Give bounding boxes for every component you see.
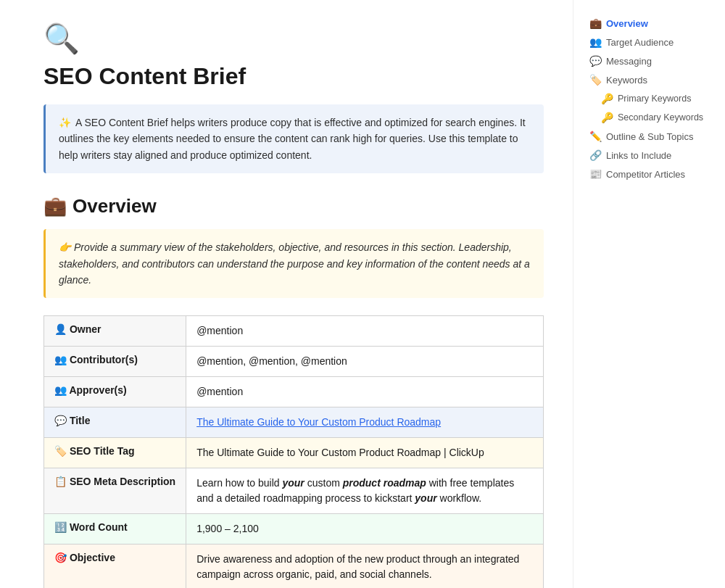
word-count-value: 1,900 – 2,100	[186, 514, 544, 544]
table-row: 🏷️ SEO Title Tag The Ultimate Guide to Y…	[44, 438, 544, 468]
sidebar-overview-label: Overview	[606, 18, 648, 29]
sidebar-messaging-label: Messaging	[606, 56, 652, 67]
overview-callout-text: Provide a summary view of the stakeholde…	[59, 241, 530, 286]
page-title: SEO Content Brief	[44, 63, 544, 90]
info-callout-text: A SEO Content Brief helps writers produc…	[59, 117, 526, 161]
word-count-label: 🔢 Word Count	[44, 514, 186, 544]
sidebar-competitor-label: Competitor Articles	[606, 169, 685, 180]
tag-icon: 🏷️	[589, 74, 602, 86]
chat-icon: 💬	[589, 55, 602, 67]
link-icon: 🔗	[589, 149, 602, 161]
approvers-value: @mention	[186, 377, 544, 407]
sidebar-secondary-keywords-label: Secondary Keywords	[618, 112, 703, 123]
owner-value: @mention	[186, 316, 544, 347]
sidebar-links-label: Links to Include	[606, 150, 671, 161]
key-icon-secondary: 🔑	[601, 112, 613, 123]
seo-meta-value: Learn how to build your custom product r…	[186, 468, 544, 514]
sidebar-item-messaging[interactable]: 💬 Messaging	[585, 52, 713, 70]
approvers-label: 👥 Approver(s)	[44, 377, 186, 407]
sidebar-item-outline-sub-topics[interactable]: ✏️ Outline & Sub Topics	[585, 128, 713, 145]
table-row: 📋 SEO Meta Description Learn how to buil…	[44, 468, 544, 514]
table-row: 🎯 Objective Drive awareness and adoption…	[44, 544, 544, 588]
key-icon-primary: 🔑	[601, 93, 613, 104]
owner-label: 👤 Owner	[44, 316, 186, 347]
sidebar-target-audience-label: Target Audience	[606, 37, 674, 48]
objective-value: Drive awareness and adoption of the new …	[186, 544, 544, 588]
briefcase-icon: 💼	[589, 17, 602, 29]
overview-icon: 💼	[44, 195, 67, 218]
seo-title-label: 🏷️ SEO Title Tag	[44, 438, 186, 468]
seo-meta-label: 📋 SEO Meta Description	[44, 468, 186, 514]
contributors-value: @mention, @mention, @mention	[186, 347, 544, 377]
pencil-icon: ✏️	[589, 131, 602, 142]
sidebar: 💼 Overview 👥 Target Audience 💬 Messaging…	[573, 0, 725, 588]
seo-title-value: The Ultimate Guide to Your Custom Produc…	[186, 438, 544, 468]
sidebar-outline-label: Outline & Sub Topics	[606, 131, 693, 142]
newspaper-icon: 📰	[589, 168, 602, 180]
sidebar-item-keywords[interactable]: 🏷️ Keywords	[585, 71, 713, 88]
logo-icon: 🔍	[44, 22, 544, 56]
sparkle-icon: ✨	[59, 117, 71, 128]
table-row: 💬 Title The Ultimate Guide to Your Custo…	[44, 407, 544, 438]
title-label: 💬 Title	[44, 407, 186, 438]
table-row: 🔢 Word Count 1,900 – 2,100	[44, 514, 544, 544]
people-icon: 👥	[589, 36, 602, 48]
sidebar-keywords-label: Keywords	[606, 75, 647, 86]
overview-callout: 👉 Provide a summary view of the stakehol…	[44, 229, 544, 298]
sidebar-item-primary-keywords[interactable]: 🔑 Primary Keywords	[585, 90, 713, 107]
overview-label: Overview	[72, 195, 157, 218]
overview-table: 👤 Owner @mention 👥 Contributor(s) @menti…	[44, 315, 544, 588]
objective-label: 🎯 Objective	[44, 544, 186, 588]
table-row: 👤 Owner @mention	[44, 316, 544, 347]
sidebar-item-overview[interactable]: 💼 Overview	[585, 15, 713, 32]
title-value[interactable]: The Ultimate Guide to Your Custom Produc…	[186, 407, 544, 438]
table-row: 👥 Approver(s) @mention	[44, 377, 544, 407]
info-callout: ✨A SEO Content Brief helps writers produ…	[44, 104, 544, 173]
overview-heading: 💼 Overview	[44, 195, 544, 218]
contributors-label: 👥 Contributor(s)	[44, 347, 186, 377]
overview-callout-icon: 👉	[59, 241, 71, 253]
sidebar-primary-keywords-label: Primary Keywords	[618, 94, 691, 104]
table-row: 👥 Contributor(s) @mention, @mention, @me…	[44, 347, 544, 377]
sidebar-item-competitor-articles[interactable]: 📰 Competitor Articles	[585, 165, 713, 183]
sidebar-item-secondary-keywords[interactable]: 🔑 Secondary Keywords	[585, 109, 713, 126]
title-link[interactable]: The Ultimate Guide to Your Custom Produc…	[196, 416, 441, 428]
sidebar-item-links-to-include[interactable]: 🔗 Links to Include	[585, 146, 713, 164]
sidebar-item-target-audience[interactable]: 👥 Target Audience	[585, 33, 713, 51]
